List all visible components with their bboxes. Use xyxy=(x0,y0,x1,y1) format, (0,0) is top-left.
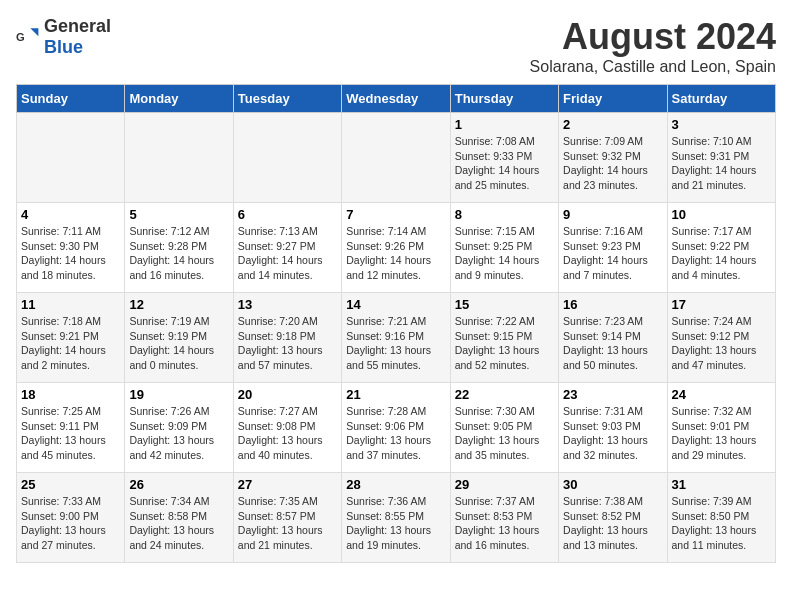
day-info: Sunrise: 7:34 AM Sunset: 8:58 PM Dayligh… xyxy=(129,494,228,553)
day-info: Sunrise: 7:17 AM Sunset: 9:22 PM Dayligh… xyxy=(672,224,771,283)
calendar-cell: 2Sunrise: 7:09 AM Sunset: 9:32 PM Daylig… xyxy=(559,113,667,203)
calendar-cell: 13Sunrise: 7:20 AM Sunset: 9:18 PM Dayli… xyxy=(233,293,341,383)
calendar-cell: 20Sunrise: 7:27 AM Sunset: 9:08 PM Dayli… xyxy=(233,383,341,473)
column-header-saturday: Saturday xyxy=(667,85,775,113)
day-number: 29 xyxy=(455,477,554,492)
calendar-cell: 24Sunrise: 7:32 AM Sunset: 9:01 PM Dayli… xyxy=(667,383,775,473)
logo: G General Blue xyxy=(16,16,111,58)
calendar-cell: 4Sunrise: 7:11 AM Sunset: 9:30 PM Daylig… xyxy=(17,203,125,293)
day-info: Sunrise: 7:08 AM Sunset: 9:33 PM Dayligh… xyxy=(455,134,554,193)
calendar-cell: 21Sunrise: 7:28 AM Sunset: 9:06 PM Dayli… xyxy=(342,383,450,473)
day-info: Sunrise: 7:21 AM Sunset: 9:16 PM Dayligh… xyxy=(346,314,445,373)
day-info: Sunrise: 7:23 AM Sunset: 9:14 PM Dayligh… xyxy=(563,314,662,373)
day-info: Sunrise: 7:31 AM Sunset: 9:03 PM Dayligh… xyxy=(563,404,662,463)
day-number: 24 xyxy=(672,387,771,402)
subtitle: Solarana, Castille and Leon, Spain xyxy=(530,58,776,76)
calendar-cell: 26Sunrise: 7:34 AM Sunset: 8:58 PM Dayli… xyxy=(125,473,233,563)
page-header: G General Blue August 2024 Solarana, Cas… xyxy=(16,16,776,76)
calendar-cell: 29Sunrise: 7:37 AM Sunset: 8:53 PM Dayli… xyxy=(450,473,558,563)
title-block: August 2024 Solarana, Castille and Leon,… xyxy=(530,16,776,76)
day-info: Sunrise: 7:30 AM Sunset: 9:05 PM Dayligh… xyxy=(455,404,554,463)
day-info: Sunrise: 7:15 AM Sunset: 9:25 PM Dayligh… xyxy=(455,224,554,283)
calendar-cell: 27Sunrise: 7:35 AM Sunset: 8:57 PM Dayli… xyxy=(233,473,341,563)
day-number: 7 xyxy=(346,207,445,222)
day-info: Sunrise: 7:37 AM Sunset: 8:53 PM Dayligh… xyxy=(455,494,554,553)
logo-icon: G xyxy=(16,25,40,49)
column-header-friday: Friday xyxy=(559,85,667,113)
calendar-cell: 10Sunrise: 7:17 AM Sunset: 9:22 PM Dayli… xyxy=(667,203,775,293)
main-title: August 2024 xyxy=(530,16,776,58)
svg-marker-1 xyxy=(30,28,38,36)
calendar-cell: 28Sunrise: 7:36 AM Sunset: 8:55 PM Dayli… xyxy=(342,473,450,563)
calendar-cell: 19Sunrise: 7:26 AM Sunset: 9:09 PM Dayli… xyxy=(125,383,233,473)
day-number: 28 xyxy=(346,477,445,492)
day-number: 5 xyxy=(129,207,228,222)
calendar-cell: 9Sunrise: 7:16 AM Sunset: 9:23 PM Daylig… xyxy=(559,203,667,293)
day-number: 20 xyxy=(238,387,337,402)
day-number: 15 xyxy=(455,297,554,312)
calendar-cell: 11Sunrise: 7:18 AM Sunset: 9:21 PM Dayli… xyxy=(17,293,125,383)
day-info: Sunrise: 7:38 AM Sunset: 8:52 PM Dayligh… xyxy=(563,494,662,553)
calendar-cell: 5Sunrise: 7:12 AM Sunset: 9:28 PM Daylig… xyxy=(125,203,233,293)
day-number: 21 xyxy=(346,387,445,402)
day-number: 6 xyxy=(238,207,337,222)
day-number: 4 xyxy=(21,207,120,222)
calendar-cell: 22Sunrise: 7:30 AM Sunset: 9:05 PM Dayli… xyxy=(450,383,558,473)
day-info: Sunrise: 7:09 AM Sunset: 9:32 PM Dayligh… xyxy=(563,134,662,193)
calendar-cell: 15Sunrise: 7:22 AM Sunset: 9:15 PM Dayli… xyxy=(450,293,558,383)
column-header-wednesday: Wednesday xyxy=(342,85,450,113)
day-info: Sunrise: 7:20 AM Sunset: 9:18 PM Dayligh… xyxy=(238,314,337,373)
logo-general: General xyxy=(44,16,111,36)
day-info: Sunrise: 7:27 AM Sunset: 9:08 PM Dayligh… xyxy=(238,404,337,463)
day-info: Sunrise: 7:28 AM Sunset: 9:06 PM Dayligh… xyxy=(346,404,445,463)
day-info: Sunrise: 7:35 AM Sunset: 8:57 PM Dayligh… xyxy=(238,494,337,553)
calendar-cell: 12Sunrise: 7:19 AM Sunset: 9:19 PM Dayli… xyxy=(125,293,233,383)
day-info: Sunrise: 7:14 AM Sunset: 9:26 PM Dayligh… xyxy=(346,224,445,283)
day-number: 17 xyxy=(672,297,771,312)
day-number: 10 xyxy=(672,207,771,222)
week-row-5: 25Sunrise: 7:33 AM Sunset: 9:00 PM Dayli… xyxy=(17,473,776,563)
calendar-cell: 25Sunrise: 7:33 AM Sunset: 9:00 PM Dayli… xyxy=(17,473,125,563)
week-row-2: 4Sunrise: 7:11 AM Sunset: 9:30 PM Daylig… xyxy=(17,203,776,293)
calendar-cell: 16Sunrise: 7:23 AM Sunset: 9:14 PM Dayli… xyxy=(559,293,667,383)
calendar-cell xyxy=(125,113,233,203)
week-row-3: 11Sunrise: 7:18 AM Sunset: 9:21 PM Dayli… xyxy=(17,293,776,383)
calendar-cell: 23Sunrise: 7:31 AM Sunset: 9:03 PM Dayli… xyxy=(559,383,667,473)
day-info: Sunrise: 7:33 AM Sunset: 9:00 PM Dayligh… xyxy=(21,494,120,553)
calendar-cell: 14Sunrise: 7:21 AM Sunset: 9:16 PM Dayli… xyxy=(342,293,450,383)
calendar-cell xyxy=(233,113,341,203)
day-number: 27 xyxy=(238,477,337,492)
day-number: 30 xyxy=(563,477,662,492)
day-info: Sunrise: 7:11 AM Sunset: 9:30 PM Dayligh… xyxy=(21,224,120,283)
day-info: Sunrise: 7:10 AM Sunset: 9:31 PM Dayligh… xyxy=(672,134,771,193)
day-info: Sunrise: 7:22 AM Sunset: 9:15 PM Dayligh… xyxy=(455,314,554,373)
day-number: 26 xyxy=(129,477,228,492)
calendar-cell: 7Sunrise: 7:14 AM Sunset: 9:26 PM Daylig… xyxy=(342,203,450,293)
column-header-sunday: Sunday xyxy=(17,85,125,113)
day-number: 2 xyxy=(563,117,662,132)
day-number: 12 xyxy=(129,297,228,312)
day-number: 31 xyxy=(672,477,771,492)
day-number: 1 xyxy=(455,117,554,132)
column-header-monday: Monday xyxy=(125,85,233,113)
day-number: 25 xyxy=(21,477,120,492)
week-row-4: 18Sunrise: 7:25 AM Sunset: 9:11 PM Dayli… xyxy=(17,383,776,473)
day-number: 13 xyxy=(238,297,337,312)
column-header-tuesday: Tuesday xyxy=(233,85,341,113)
svg-text:G: G xyxy=(16,31,25,43)
day-number: 19 xyxy=(129,387,228,402)
day-number: 8 xyxy=(455,207,554,222)
calendar-cell: 31Sunrise: 7:39 AM Sunset: 8:50 PM Dayli… xyxy=(667,473,775,563)
day-info: Sunrise: 7:16 AM Sunset: 9:23 PM Dayligh… xyxy=(563,224,662,283)
day-info: Sunrise: 7:26 AM Sunset: 9:09 PM Dayligh… xyxy=(129,404,228,463)
day-number: 3 xyxy=(672,117,771,132)
calendar-cell: 6Sunrise: 7:13 AM Sunset: 9:27 PM Daylig… xyxy=(233,203,341,293)
day-number: 18 xyxy=(21,387,120,402)
calendar-cell: 17Sunrise: 7:24 AM Sunset: 9:12 PM Dayli… xyxy=(667,293,775,383)
calendar-cell xyxy=(17,113,125,203)
calendar-cell: 1Sunrise: 7:08 AM Sunset: 9:33 PM Daylig… xyxy=(450,113,558,203)
column-header-thursday: Thursday xyxy=(450,85,558,113)
header-row: SundayMondayTuesdayWednesdayThursdayFrid… xyxy=(17,85,776,113)
day-info: Sunrise: 7:39 AM Sunset: 8:50 PM Dayligh… xyxy=(672,494,771,553)
day-number: 22 xyxy=(455,387,554,402)
